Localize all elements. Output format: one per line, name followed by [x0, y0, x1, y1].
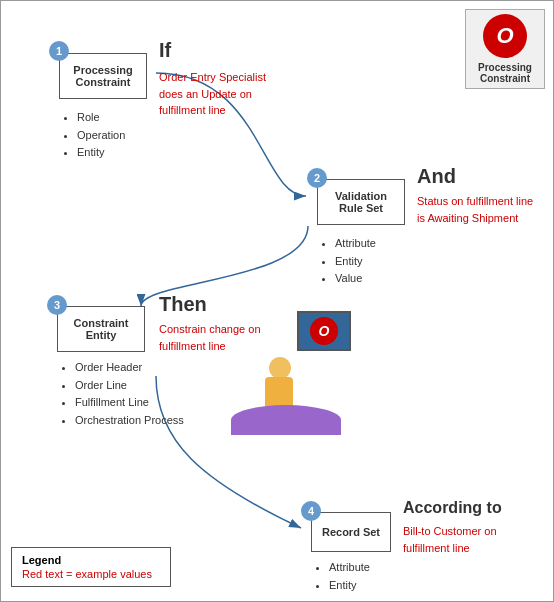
pc-icon-symbol: O: [483, 14, 527, 58]
keyword-and: And: [417, 165, 456, 188]
person-body: [265, 377, 293, 407]
circle-2: 2: [307, 168, 327, 188]
legend-title: Legend: [22, 554, 160, 566]
box3-bullets: Order Header Order Line Fulfillment Line…: [61, 359, 184, 429]
according-description: Bill-to Customer onfulfillment line: [403, 523, 543, 556]
box-validation-rule-set: Validation Rule Set: [317, 179, 405, 225]
screen-logo: O: [310, 317, 338, 345]
box4-bullets: Attribute Entity: [315, 559, 370, 594]
circle-3: 3: [47, 295, 67, 315]
person-head: [269, 357, 291, 379]
screen-display: O: [297, 311, 351, 351]
box-record-set: Record Set: [311, 512, 391, 552]
box-constraint-entity: Constraint Entity: [57, 306, 145, 352]
pc-icon: O Processing Constraint: [465, 9, 545, 89]
legend-desc: Red text = example values: [22, 568, 160, 580]
diagram-container: 1 Processing Constraint If Order Entry S…: [0, 0, 554, 602]
keyword-then: Then: [159, 293, 207, 316]
and-description: Status on fulfillment lineis Awaiting Sh…: [417, 193, 547, 226]
box2-bullets: Attribute Entity Value: [321, 235, 376, 288]
circle-4: 4: [301, 501, 321, 521]
legend-box: Legend Red text = example values: [11, 547, 171, 587]
box-processing-constraint: Processing Constraint: [59, 53, 147, 99]
person-figure: O: [221, 311, 351, 441]
circle-1: 1: [49, 41, 69, 61]
keyword-if: If: [159, 39, 171, 62]
if-description: Order Entry Specialistdoes an Update onf…: [159, 69, 309, 119]
box1-bullets: Role Operation Entity: [63, 109, 125, 162]
keyword-according: According to: [403, 499, 543, 517]
